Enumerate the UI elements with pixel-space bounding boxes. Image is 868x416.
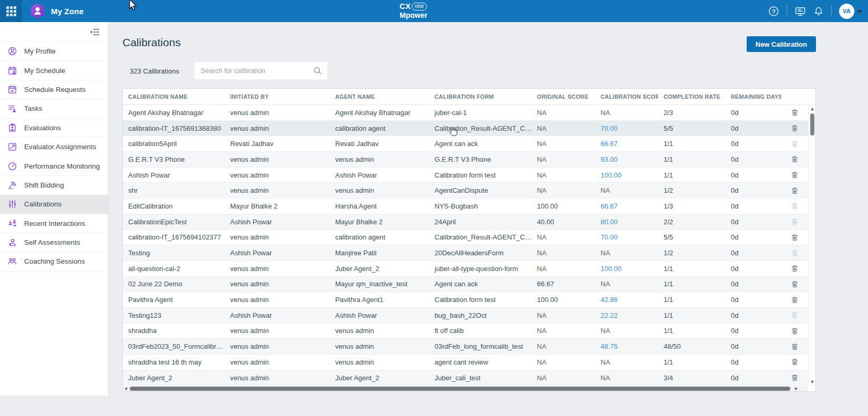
table-row[interactable]: 03rdFeb2023_50_Formcalibratio...venus ad… <box>123 339 808 355</box>
cell-original-score: NA <box>532 124 595 132</box>
delete-calibration-icon[interactable] <box>790 107 800 118</box>
cell-name: 02 June 22 Demo <box>123 280 225 288</box>
table-row[interactable]: Pavithra Agentvenus adminPavithra Agent1… <box>123 292 808 308</box>
table-row[interactable]: CalibrationEpicTestAshish PowarMayur Bha… <box>123 214 808 230</box>
cell-calibration-score[interactable]: 66.67 <box>595 140 658 148</box>
column-header-calibration-form[interactable]: CALIBRATION FORM <box>429 93 532 100</box>
scroll-up-arrow[interactable] <box>811 108 814 110</box>
cell-calibration-score[interactable]: 70.00 <box>595 233 658 241</box>
table-row[interactable]: shrvenus adminvenus adminAgentCanDispute… <box>123 183 808 199</box>
scroll-down-arrow[interactable] <box>811 381 814 383</box>
table-row[interactable]: G.E.R.T V3 Phonevenus adminvenus adminG.… <box>123 152 808 168</box>
table-row[interactable]: EditCalibrationMayur Bhalke 2Harsha Agen… <box>123 199 808 214</box>
training-screen-icon[interactable] <box>794 6 806 17</box>
column-header-calibration-name[interactable]: CALIBRATION NAME <box>123 93 225 100</box>
delete-calibration-icon[interactable] <box>790 372 800 383</box>
sidebar-item-coaching-sessions[interactable]: Coaching Sessions <box>0 252 108 271</box>
sidebar-item-recent-interactions[interactable]: Recent Interactions <box>0 214 108 233</box>
app-launcher-button[interactable] <box>0 0 22 22</box>
cell-original-score: NA <box>532 186 595 194</box>
table-row[interactable]: Agent Akshay Bhatnagarvenus adminAgent A… <box>123 105 808 121</box>
delete-calibration-icon[interactable] <box>790 185 800 196</box>
my-zone-logo-icon <box>29 3 46 20</box>
delete-calibration-icon[interactable] <box>790 326 800 336</box>
user-menu[interactable]: VA <box>839 4 863 19</box>
delete-calibration-icon[interactable] <box>790 154 800 164</box>
delete-calibration-icon[interactable] <box>790 295 800 305</box>
table-row[interactable]: Testing123Ashish PowarAshish Powarbug_ba… <box>123 308 808 324</box>
column-header-agent-name[interactable]: AGENT NAME <box>330 93 429 100</box>
vertical-scroll-thumb[interactable] <box>810 113 814 136</box>
cell-name: Juber Agent_2 <box>123 374 225 382</box>
cell-completion-rate: 1/1 <box>658 280 726 288</box>
vertical-scrollbar[interactable] <box>808 105 815 386</box>
delete-calibration-icon[interactable] <box>790 123 800 133</box>
column-header-original-score[interactable]: ORIGINAL SCORE <box>532 93 595 100</box>
delete-calibration-icon[interactable] <box>790 279 800 289</box>
main-content: Calibrations New Calibration 323 Calibra… <box>109 22 868 416</box>
table-row[interactable]: shraddhavenus adminvenus adminft off cal… <box>123 324 808 339</box>
cell-calibration-form: 03rdFeb_long_formcalib_test <box>429 342 532 350</box>
horizontal-scrollbar[interactable] <box>123 386 808 391</box>
collapse-sidebar-icon[interactable] <box>89 28 100 36</box>
column-header-completion-rate[interactable]: COMPLETION RATE <box>658 93 726 100</box>
sidebar-item-calibrations[interactable]: Calibrations <box>0 195 108 214</box>
sidebar-item-performance-monitoring[interactable]: Performance Monitoring <box>0 157 108 175</box>
search-icon[interactable] <box>313 66 327 75</box>
delete-calibration-icon[interactable] <box>790 263 800 274</box>
table-row[interactable]: calibration5AprilRevati JadhavRevati Jad… <box>123 136 808 152</box>
cell-calibration-score[interactable]: 93.00 <box>595 155 658 163</box>
cell-remaining-days: 0d <box>726 265 781 273</box>
table-row[interactable]: TestingAshish PowarManjiree Patil20DecAl… <box>123 245 808 261</box>
cell-initiated-by: Revati Jadhav <box>225 140 330 148</box>
table-row[interactable]: calibration-IT_1675694102377venus adminc… <box>123 230 808 246</box>
cell-calibration-score[interactable]: 42.86 <box>595 296 658 304</box>
cell-calibration-score[interactable]: 70.00 <box>595 124 658 132</box>
cell-agent-name: Juber Agent_2 <box>330 374 429 382</box>
column-header-initiated-by[interactable]: INITIATED BY <box>225 93 330 100</box>
cell-calibration-score[interactable]: 22.22 <box>595 311 658 319</box>
sidebar-item-shift-bidding[interactable]: Shift Bidding <box>0 176 108 195</box>
delete-calibration-icon[interactable] <box>790 170 800 180</box>
help-icon[interactable]: ? <box>768 6 779 17</box>
sidebar-item-evaluations[interactable]: Evaluations <box>0 119 108 138</box>
cell-calibration-score[interactable]: 66.67 <box>595 202 658 210</box>
new-calibration-button[interactable]: New Calibration <box>747 36 816 52</box>
table-row[interactable]: calibration-IT_1675691368380venus adminc… <box>123 121 808 137</box>
sidebar-item-my-schedule[interactable]: My Schedule <box>0 61 108 80</box>
cell-agent-name: Revati Jadhav <box>330 140 429 148</box>
table-row[interactable]: Ashish Powarvenus adminAshish PowarCalib… <box>123 168 808 183</box>
delete-calibration-icon[interactable] <box>790 341 800 352</box>
cell-remaining-days: 0d <box>726 358 781 366</box>
cell-calibration-score[interactable]: 80.00 <box>595 218 658 226</box>
table-row[interactable]: Juber Agent_2venus adminJuber Agent_2Jub… <box>123 370 808 386</box>
cell-remaining-days: 0d <box>726 374 781 382</box>
cell-calibration-score[interactable]: 48.75 <box>595 342 658 350</box>
delete-calibration-icon[interactable] <box>790 232 800 243</box>
sidebar-item-evaluator-assignments[interactable]: Evaluator Assignments <box>0 138 108 157</box>
notifications-bell-icon[interactable] <box>813 6 824 17</box>
sidebar-item-tasks[interactable]: Tasks <box>0 99 108 118</box>
search-input[interactable] <box>194 67 313 75</box>
user-circle-icon <box>8 47 17 56</box>
table-row[interactable]: all-question-cal-2venus adminJuber Agent… <box>123 261 808 277</box>
cell-calibration-form: Calibration_Result-AGENT_CAN_... <box>429 233 532 241</box>
sidebar-item-self-assessments[interactable]: Self Assessments <box>0 233 108 252</box>
sidebar-item-schedule-requests[interactable]: Schedule Requests <box>0 80 108 99</box>
cell-calibration-form: juber-all-type-question-form <box>429 265 532 273</box>
cell-name: 03rdFeb2023_50_Formcalibratio... <box>123 342 225 350</box>
horizontal-scroll-thumb[interactable] <box>130 387 790 391</box>
scroll-right-arrow[interactable] <box>795 387 798 390</box>
column-header-calibration-score[interactable]: CALIBRATION SCORE <box>595 93 658 100</box>
table-row[interactable]: 02 June 22 Demovenus adminMayur qm_inact… <box>123 277 808 293</box>
table-row[interactable]: shraddha test 16 th mayvenus adminvenus … <box>123 355 808 370</box>
column-header-remaining-days[interactable]: REMAINING DAYS <box>726 93 781 100</box>
sidebar-item-label: Shift Bidding <box>24 181 64 189</box>
scroll-left-arrow[interactable] <box>125 387 127 390</box>
cell-remaining-days: 0d <box>726 140 781 148</box>
sidebar-item-my-profile[interactable]: My Profile <box>0 42 108 61</box>
delete-calibration-icon[interactable] <box>790 357 800 367</box>
cell-calibration-score[interactable]: 100.00 <box>595 171 658 179</box>
cell-calibration-score[interactable]: 100.00 <box>595 265 658 273</box>
brand-one: one <box>411 3 427 11</box>
